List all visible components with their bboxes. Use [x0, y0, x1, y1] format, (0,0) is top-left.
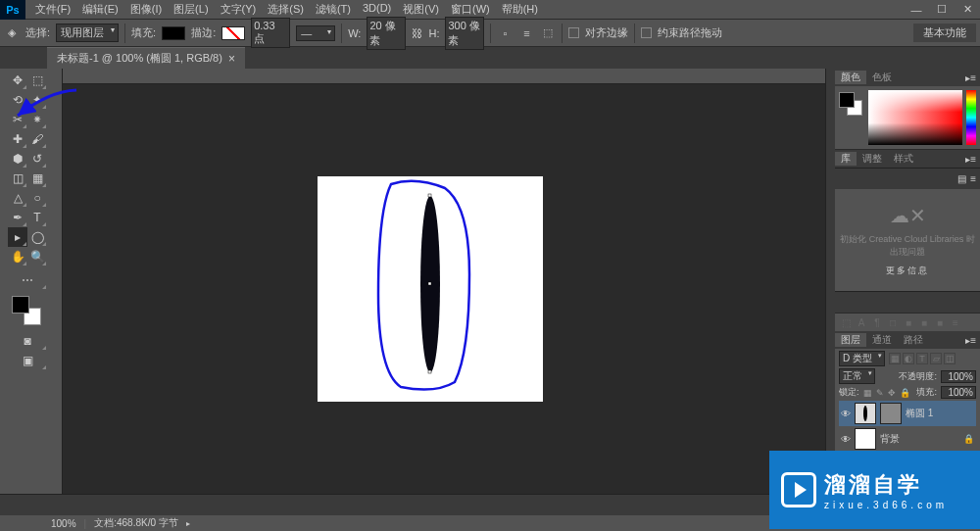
filter-type-icon[interactable]: T: [916, 353, 928, 364]
menu-filter[interactable]: 滤镜(T): [310, 2, 357, 17]
pen-tool[interactable]: ✒: [8, 208, 27, 227]
align-edges-checkbox[interactable]: [568, 27, 579, 38]
adjustments-tab[interactable]: 调整: [857, 152, 888, 166]
canvas-area[interactable]: [47, 69, 825, 515]
tool-preset-icon[interactable]: ◈: [4, 25, 20, 41]
history-brush-tool[interactable]: ↺: [27, 149, 47, 169]
layer-row[interactable]: 👁 背景 🔒: [839, 426, 976, 452]
foreground-color-swatch[interactable]: [12, 296, 29, 314]
width-input[interactable]: 20 像素: [367, 17, 406, 50]
mini-fg-swatch[interactable]: [839, 92, 855, 108]
maximize-button[interactable]: ☐: [929, 1, 955, 19]
rect-marquee-tool[interactable]: ⬚: [27, 71, 47, 90]
filter-pixel-icon[interactable]: ▦: [889, 353, 901, 364]
panel-icon[interactable]: ≡: [949, 317, 962, 328]
layer-thumbnail[interactable]: [855, 428, 876, 450]
lock-transparent-icon[interactable]: ▦: [863, 388, 872, 398]
brush-tool[interactable]: 🖌: [27, 129, 47, 149]
character-panel-icon[interactable]: A: [855, 317, 868, 328]
blend-mode-dropdown[interactable]: 正常: [839, 368, 875, 384]
color-picker-field[interactable]: [868, 90, 962, 145]
clone-stamp-tool[interactable]: ⬢: [8, 149, 27, 169]
menu-layer[interactable]: 图层(L): [168, 2, 214, 17]
styles-tab[interactable]: 样式: [888, 152, 919, 166]
lock-position-icon[interactable]: ✥: [888, 388, 896, 398]
constrain-path-checkbox[interactable]: [641, 27, 652, 38]
eraser-tool[interactable]: ◫: [8, 169, 27, 188]
menu-file[interactable]: 文件(F): [29, 2, 76, 17]
hand-tool[interactable]: ✋: [8, 247, 27, 266]
menu-window[interactable]: 窗口(W): [445, 2, 496, 17]
magic-wand-tool[interactable]: ✦: [27, 90, 47, 110]
layer-name[interactable]: 椭圆 1: [906, 407, 974, 420]
lasso-tool[interactable]: ⟲: [8, 90, 27, 110]
zoom-level[interactable]: 100%: [51, 518, 76, 529]
paragraph-panel-icon[interactable]: ¶: [870, 317, 884, 328]
lock-all-icon[interactable]: 🔒: [900, 388, 910, 398]
color-swatches[interactable]: [12, 296, 41, 325]
path-ops-icon[interactable]: ▫: [497, 25, 513, 41]
minimize-button[interactable]: —: [904, 1, 929, 19]
lib-view-icon[interactable]: ▤: [957, 173, 966, 184]
layer-thumbnail[interactable]: [855, 403, 876, 424]
channels-tab[interactable]: 通道: [866, 333, 898, 347]
stroke-style-dropdown[interactable]: —: [296, 25, 335, 41]
crop-tool[interactable]: ✂: [8, 110, 27, 129]
align-icon[interactable]: ≡: [518, 25, 534, 41]
quick-mask-icon[interactable]: ◙: [8, 331, 47, 351]
panel-menu-icon[interactable]: ▸≡: [961, 335, 980, 346]
menu-edit[interactable]: 编辑(E): [76, 2, 124, 17]
close-button[interactable]: ✕: [955, 1, 980, 19]
menu-image[interactable]: 图像(I): [124, 2, 168, 17]
lib-view-icon[interactable]: ≡: [970, 173, 976, 184]
menu-help[interactable]: 帮助(H): [496, 2, 544, 17]
libraries-more-info-link[interactable]: 更多信息: [886, 265, 929, 277]
dodge-tool[interactable]: ○: [27, 188, 47, 208]
type-tool[interactable]: T: [27, 208, 47, 227]
screen-mode-icon[interactable]: ▣: [8, 351, 47, 370]
swatches-tab[interactable]: 色板: [866, 71, 898, 84]
shape-tool[interactable]: ◯: [27, 227, 47, 247]
layer-row[interactable]: 👁 椭圆 1: [839, 401, 976, 426]
zoom-tool[interactable]: 🔍: [27, 247, 47, 266]
menu-select[interactable]: 选择(S): [262, 2, 310, 17]
document-info[interactable]: 文档:468.8K/0 字节: [94, 516, 178, 530]
libraries-tab[interactable]: 库: [835, 152, 857, 166]
ruler-horizontal[interactable]: [63, 69, 825, 84]
menu-3d[interactable]: 3D(D): [357, 2, 397, 17]
move-tool[interactable]: ✥: [8, 71, 27, 90]
arrange-icon[interactable]: ⬚: [540, 25, 556, 41]
gradient-tool[interactable]: ▦: [27, 169, 47, 188]
visibility-toggle-icon[interactable]: 👁: [841, 434, 851, 445]
status-info-dropdown[interactable]: ▸: [186, 519, 190, 528]
filter-shape-icon[interactable]: ▱: [930, 353, 942, 364]
edit-toolbar-icon[interactable]: ⋯: [8, 270, 47, 290]
height-input[interactable]: 300 像素: [445, 17, 484, 50]
fill-swatch[interactable]: [162, 26, 185, 40]
fill-opacity-input[interactable]: 100%: [941, 386, 976, 399]
visibility-toggle-icon[interactable]: 👁: [841, 409, 851, 419]
mini-color-swatches[interactable]: [839, 92, 862, 116]
collapsed-panel-strip[interactable]: [825, 69, 835, 515]
select-target-dropdown[interactable]: 现用图层: [56, 24, 119, 42]
layer-filter-kind[interactable]: D 类型: [839, 351, 885, 366]
layers-tab[interactable]: 图层: [835, 333, 866, 347]
panel-icon[interactable]: ■: [902, 317, 915, 328]
workspace-switcher[interactable]: 基本功能: [913, 24, 976, 42]
paths-tab[interactable]: 路径: [898, 333, 929, 347]
panel-icon[interactable]: ■: [933, 317, 947, 328]
filter-smart-icon[interactable]: ◫: [944, 353, 956, 364]
blur-tool[interactable]: △: [8, 188, 27, 208]
canvas[interactable]: [318, 176, 543, 402]
history-panel-icon[interactable]: ⬚: [839, 317, 853, 328]
opacity-input[interactable]: 100%: [941, 370, 976, 383]
eyedropper-tool[interactable]: ⁕: [27, 110, 47, 129]
hue-slider[interactable]: [966, 90, 976, 145]
lock-pixels-icon[interactable]: ✎: [876, 388, 884, 398]
color-tab[interactable]: 颜色: [835, 71, 866, 84]
stroke-width-input[interactable]: 0.33 点: [251, 18, 290, 48]
panel-icon[interactable]: ■: [917, 317, 931, 328]
panel-menu-icon[interactable]: ▸≡: [961, 154, 980, 165]
spot-heal-tool[interactable]: ✚: [8, 129, 27, 149]
tab-close-icon[interactable]: ×: [228, 52, 235, 66]
